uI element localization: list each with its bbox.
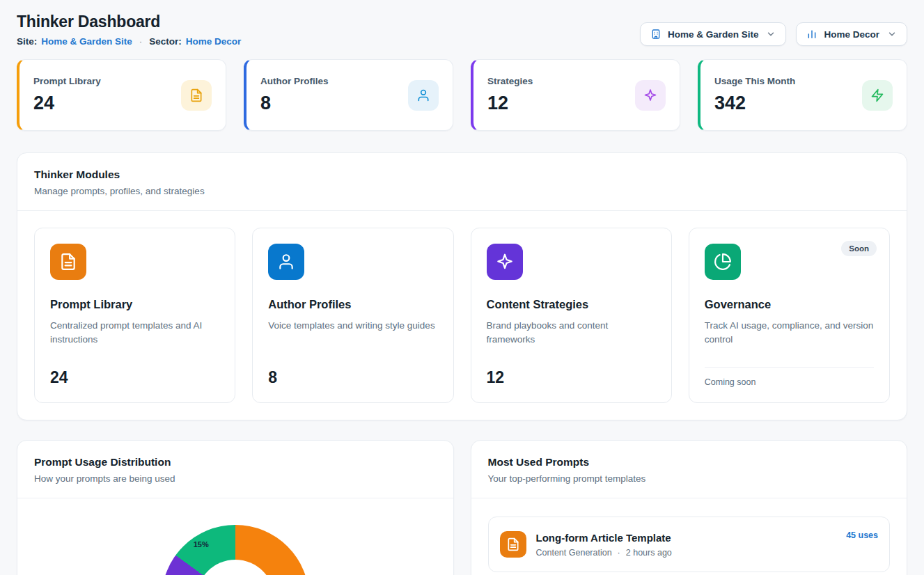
- site-selector-label: Home & Garden Site: [668, 29, 759, 40]
- breadcrumb: Site: Home & Garden Site · Sector: Home …: [17, 36, 241, 47]
- building-icon: [650, 29, 661, 40]
- prompt-item-title: Long-form Article Template: [536, 532, 672, 544]
- module-description: Brand playbooks and content frameworks: [487, 319, 656, 346]
- modules-grid: Prompt Library Centralized prompt templa…: [17, 211, 907, 420]
- site-selector-dropdown[interactable]: Home & Garden Site: [640, 22, 787, 46]
- divider: [705, 367, 874, 368]
- module-card-author-profiles[interactable]: Author Profiles Voice templates and writ…: [252, 228, 453, 403]
- stat-label: Author Profiles: [260, 76, 329, 86]
- site-label: Site:: [17, 36, 37, 47]
- sparkle-icon: [635, 80, 666, 111]
- stat-label: Prompt Library: [33, 76, 101, 86]
- uses-badge: 45 uses: [846, 530, 878, 540]
- stat-text: Usage This Month 342: [714, 76, 795, 114]
- chevron-down-icon: [887, 29, 897, 39]
- prompts-header: Most Used Prompts Your top-performing pr…: [471, 441, 907, 498]
- stat-value: 8: [260, 93, 329, 114]
- module-title: Content Strategies: [487, 298, 656, 311]
- stats-row: Prompt Library 24 Author Profiles 8 Stra…: [17, 59, 907, 131]
- module-description: Voice templates and writing style guides: [268, 319, 437, 346]
- thinker-modules-panel: Thinker Modules Manage prompts, profiles…: [17, 152, 907, 420]
- prompt-item-time: 2 hours ago: [626, 548, 672, 558]
- module-footer: Coming soon: [705, 367, 874, 387]
- module-count: 24: [50, 356, 219, 387]
- document-icon: [181, 80, 212, 111]
- stat-text: Strategies 12: [487, 76, 533, 114]
- stat-text: Prompt Library 24: [33, 76, 101, 114]
- modules-title: Thinker Modules: [34, 168, 890, 181]
- stat-value: 12: [487, 93, 533, 114]
- page-title: Thinker Dashboard: [17, 13, 241, 31]
- module-title: Governance: [705, 298, 874, 311]
- prompt-item-category: Content Generation: [536, 548, 612, 558]
- donut-segment-label: 15%: [194, 540, 209, 549]
- module-description: Centralized prompt templates and AI inst…: [50, 319, 219, 346]
- stat-label: Strategies: [487, 76, 533, 86]
- module-title: Author Profiles: [268, 298, 437, 311]
- header-actions: Home & Garden Site Home Decor: [640, 22, 907, 46]
- prompt-list: Long-form Article Template Content Gener…: [471, 498, 907, 575]
- module-count: 8: [268, 356, 437, 387]
- usage-chart-area: 15%: [17, 498, 453, 575]
- dashboard-page: Thinker Dashboard Site: Home & Garden Si…: [0, 0, 924, 575]
- person-icon: [408, 80, 439, 111]
- stat-text: Author Profiles 8: [260, 76, 329, 114]
- module-card-prompt-library[interactable]: Prompt Library Centralized prompt templa…: [34, 228, 235, 403]
- stat-card-prompt-library: Prompt Library 24: [17, 59, 226, 131]
- sector-label: Sector:: [149, 36, 182, 47]
- prompt-usage-panel: Prompt Usage Distribution How your promp…: [17, 440, 454, 575]
- module-card-content-strategies[interactable]: Content Strategies Brand playbooks and c…: [471, 228, 672, 403]
- module-description: Track AI usage, compliance, and version …: [705, 319, 874, 346]
- bottom-row: Prompt Usage Distribution How your promp…: [17, 440, 907, 575]
- prompts-subtitle: Your top-performing prompt templates: [488, 473, 891, 484]
- header-titles: Thinker Dashboard Site: Home & Garden Si…: [17, 13, 241, 47]
- soon-badge: Soon: [841, 241, 877, 256]
- person-icon: [268, 244, 304, 280]
- document-icon: [50, 244, 86, 280]
- usage-subtitle: How your prompts are being used: [34, 473, 437, 484]
- usage-donut: 15%: [162, 525, 309, 575]
- stat-value: 24: [33, 93, 101, 114]
- coming-soon-text: Coming soon: [705, 377, 874, 387]
- prompts-title: Most Used Prompts: [488, 456, 891, 468]
- stat-value: 342: [714, 93, 795, 114]
- modules-header: Thinker Modules Manage prompts, profiles…: [17, 153, 907, 211]
- stat-label: Usage This Month: [714, 76, 795, 86]
- separator-dot: ·: [139, 36, 143, 47]
- pie-chart-icon: [705, 244, 741, 280]
- modules-subtitle: Manage prompts, profiles, and strategies: [34, 186, 890, 196]
- chevron-down-icon: [766, 29, 776, 39]
- stat-card-usage: Usage This Month 342: [698, 59, 907, 131]
- module-card-governance[interactable]: Soon Governance Track AI usage, complian…: [689, 228, 890, 403]
- site-link[interactable]: Home & Garden Site: [41, 36, 132, 47]
- usage-header: Prompt Usage Distribution How your promp…: [17, 441, 453, 498]
- sector-link[interactable]: Home Decor: [186, 36, 242, 47]
- module-count: 12: [487, 356, 656, 387]
- most-used-prompts-panel: Most Used Prompts Your top-performing pr…: [471, 440, 908, 575]
- prompt-item-meta: Content Generation · 2 hours ago: [536, 548, 672, 558]
- page-header: Thinker Dashboard Site: Home & Garden Si…: [17, 13, 907, 47]
- stat-card-author-profiles: Author Profiles 8: [244, 59, 453, 131]
- bar-chart-icon: [806, 29, 817, 40]
- module-title: Prompt Library: [50, 298, 219, 311]
- sector-selector-label: Home Decor: [824, 29, 879, 40]
- bolt-icon: [862, 80, 893, 111]
- prompt-item-text: Long-form Article Template Content Gener…: [536, 532, 672, 558]
- document-icon: [500, 531, 526, 558]
- sparkle-icon: [487, 244, 523, 280]
- list-item[interactable]: Long-form Article Template Content Gener…: [488, 517, 891, 572]
- usage-title: Prompt Usage Distribution: [34, 456, 437, 468]
- separator-dot: ·: [618, 548, 620, 558]
- sector-selector-dropdown[interactable]: Home Decor: [796, 22, 907, 46]
- stat-card-strategies: Strategies 12: [471, 59, 680, 131]
